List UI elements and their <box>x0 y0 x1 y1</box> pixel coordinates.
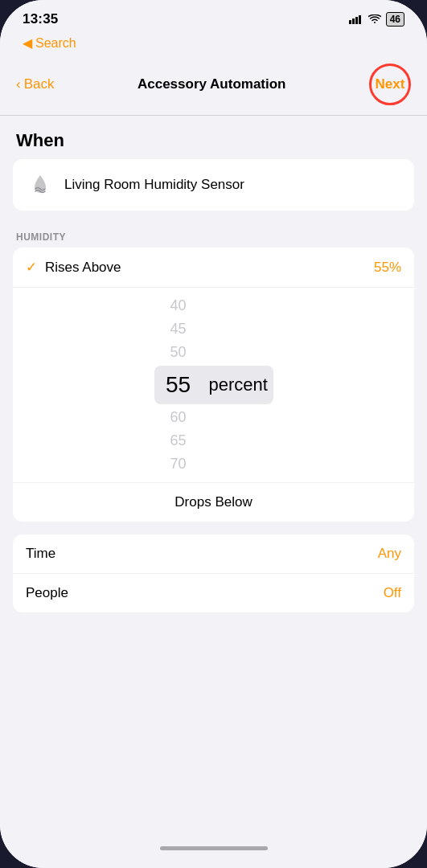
status-icons: 46 <box>349 12 404 27</box>
next-label: Next <box>376 76 405 92</box>
next-button[interactable]: Next <box>369 63 411 105</box>
picker-row-70: 70 <box>13 452 414 476</box>
rises-above-row[interactable]: ✓ Rises Above 55% <box>13 248 414 288</box>
svg-rect-2 <box>355 17 358 24</box>
phone-screen-area: 13:35 46 ◀ Sear <box>0 0 427 868</box>
time-value: Any <box>378 546 401 562</box>
picker-row-50: 50 <box>13 341 414 364</box>
back-chevron-icon: ‹ <box>16 76 21 92</box>
picker-val-45: 45 <box>154 321 203 338</box>
back-button[interactable]: ‹ Back <box>16 76 54 92</box>
rises-above-text: Rises Above <box>45 260 374 276</box>
picker-unit-55: percent <box>209 375 273 395</box>
sensor-row[interactable]: Living Room Humidity Sensor <box>13 159 414 211</box>
svg-rect-0 <box>349 20 351 24</box>
nav-bar: ‹ Back Accessory Automation Next <box>0 55 427 116</box>
when-section-title: When <box>0 116 427 159</box>
sensor-name: Living Room Humidity Sensor <box>64 177 244 193</box>
search-label: Search <box>35 36 76 51</box>
drops-below-row[interactable]: Drops Below <box>13 483 414 522</box>
picker-row-40: 40 <box>13 294 414 317</box>
time-label: Time <box>26 546 55 562</box>
picker-val-60: 60 <box>154 409 203 426</box>
picker-row-65: 65 <box>13 429 414 452</box>
drops-below-text: Drops Below <box>174 494 252 510</box>
signal-icon <box>349 14 363 24</box>
wifi-icon <box>368 14 381 24</box>
svg-rect-1 <box>352 18 355 24</box>
humidity-sensor-icon <box>26 170 55 199</box>
battery-icon: 46 <box>386 12 404 27</box>
picker-val-65: 65 <box>154 432 203 449</box>
humidity-section-label: HUMIDITY <box>0 223 427 248</box>
picker-container[interactable]: 40 45 50 <box>13 288 414 483</box>
search-bar: ◀ Search <box>0 32 427 55</box>
people-label: People <box>26 585 68 601</box>
picker-val-50: 50 <box>154 344 203 361</box>
picker-row-45: 45 <box>13 317 414 341</box>
back-label: Back <box>24 76 55 92</box>
checkmark-icon: ✓ <box>26 259 37 276</box>
home-indicator <box>160 846 268 850</box>
status-time: 13:35 <box>23 11 58 27</box>
picker-row-55: 55 percent <box>154 369 273 401</box>
time-row[interactable]: Time Any <box>13 534 414 574</box>
people-row[interactable]: People Off <box>13 574 414 612</box>
people-value: Off <box>384 585 401 601</box>
rises-above-value: 55% <box>374 260 401 276</box>
chevron-left-icon: ◀ <box>23 35 32 51</box>
picker-selected-highlight: 55 percent <box>154 366 273 404</box>
picker-val-40: 40 <box>154 297 203 314</box>
screen-content: When Living Room Humidity Sensor <box>0 116 427 840</box>
back-search-btn[interactable]: ◀ Search <box>23 35 76 51</box>
svg-rect-3 <box>359 15 361 24</box>
picker-val-55: 55 <box>154 372 203 398</box>
picker-val-70: 70 <box>154 456 203 473</box>
time-people-card: Time Any People Off <box>13 534 414 612</box>
sensor-card: Living Room Humidity Sensor <box>13 159 414 211</box>
picker-row-60: 60 <box>13 406 414 429</box>
nav-title: Accessory Automation <box>138 76 286 92</box>
status-bar: 13:35 46 <box>0 0 427 32</box>
phone-frame: 13:35 46 ◀ Sear <box>0 0 427 868</box>
humidity-card: ✓ Rises Above 55% 40 45 <box>13 248 414 522</box>
